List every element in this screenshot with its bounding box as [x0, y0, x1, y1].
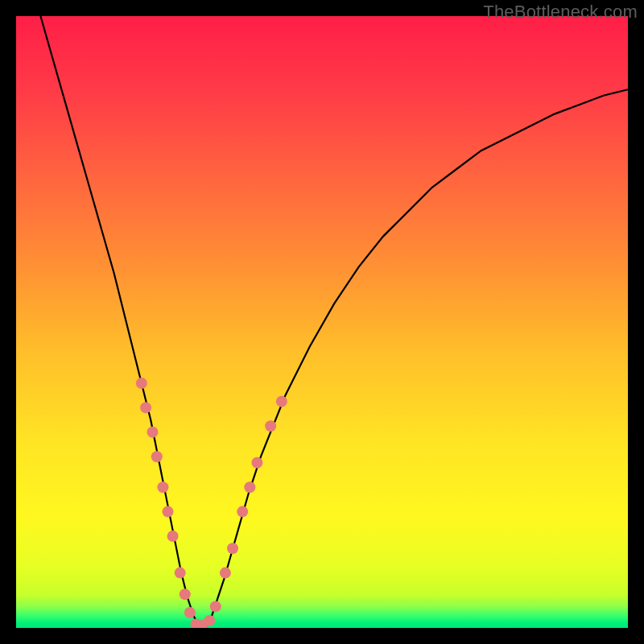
plot-area: [16, 16, 628, 628]
chart-frame: TheBottleneck.com: [0, 0, 644, 644]
highlight-dot: [251, 457, 262, 469]
highlight-dot: [210, 601, 221, 612]
highlight-dots: [136, 378, 287, 628]
highlight-dot: [204, 615, 215, 626]
highlight-dot: [167, 530, 179, 542]
highlight-dot: [237, 506, 248, 518]
highlight-dot: [276, 396, 287, 407]
highlight-dot: [265, 420, 276, 431]
highlight-dot: [140, 402, 151, 413]
highlight-dot: [175, 568, 186, 579]
highlight-dot: [136, 378, 147, 389]
watermark-label: TheBottleneck.com: [483, 2, 638, 23]
highlight-dot: [180, 588, 191, 600]
highlight-dot: [151, 451, 163, 462]
highlight-dot: [162, 506, 173, 518]
curve-layer: [16, 16, 628, 628]
bottleneck-curve: [40, 16, 628, 628]
highlight-dot: [227, 543, 238, 554]
highlight-dot: [220, 568, 231, 579]
highlight-dot: [184, 607, 196, 618]
highlight-dot: [147, 427, 158, 438]
highlight-dot: [244, 481, 255, 493]
highlight-dot: [157, 481, 168, 493]
